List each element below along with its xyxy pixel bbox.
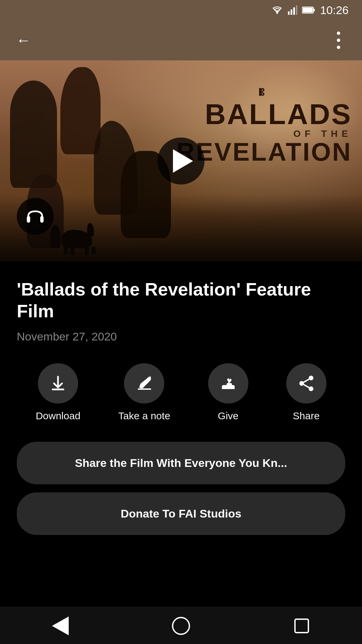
more-button[interactable]	[328, 30, 349, 50]
edit-icon	[136, 375, 153, 392]
hero-ballads-title: BALLADS	[176, 100, 352, 128]
nav-back-icon	[52, 616, 69, 635]
figure-center-top	[60, 67, 101, 154]
more-dots-icon	[337, 31, 341, 49]
download-label: Download	[36, 410, 80, 422]
svg-rect-3	[293, 7, 295, 15]
svg-point-15	[309, 376, 313, 380]
nav-recent-button[interactable]	[288, 612, 315, 639]
give-label: Give	[218, 410, 239, 422]
person-figure	[50, 225, 60, 248]
back-arrow-icon: ←	[16, 33, 31, 48]
top-nav: ←	[0, 20, 362, 60]
nav-back-button[interactable]	[47, 612, 74, 639]
svg-point-0	[276, 12, 278, 14]
hero-section: 𝄡 BALLADS OF THE REVELATION	[0, 60, 362, 262]
status-time: 10:26	[320, 4, 349, 17]
figure-left	[10, 80, 57, 188]
donate-label: Donate To FAI Studios	[121, 507, 241, 520]
film-date: November 27, 2020	[17, 330, 345, 343]
bottom-nav	[0, 607, 362, 644]
svg-point-9	[337, 39, 340, 42]
action-row: Download Take a note Give	[17, 363, 345, 422]
bottom-scene	[50, 225, 92, 248]
svg-rect-11	[27, 216, 30, 223]
share-action[interactable]: Share	[286, 363, 326, 422]
svg-point-10	[337, 46, 340, 49]
give-circle	[208, 363, 248, 404]
signal-icon	[288, 5, 297, 15]
headphone-icon	[25, 206, 46, 227]
download-action[interactable]: Download	[36, 363, 80, 422]
note-circle	[124, 363, 164, 404]
play-icon	[173, 149, 193, 173]
svg-point-8	[337, 32, 340, 35]
svg-rect-12	[40, 216, 44, 223]
wifi-icon	[271, 5, 283, 15]
nav-home-button[interactable]	[168, 612, 194, 639]
film-title: 'Ballads of the Revelation' Feature Film	[17, 278, 345, 322]
share-film-button[interactable]: Share the Film With Everyone You Kn...	[17, 442, 345, 484]
horse-figure	[62, 230, 92, 248]
svg-rect-2	[291, 9, 292, 15]
share-film-label: Share the Film With Everyone You Kn...	[75, 457, 287, 470]
svg-rect-4	[296, 5, 297, 15]
svg-line-18	[304, 379, 309, 382]
svg-line-19	[304, 385, 309, 387]
nav-recent-icon	[294, 619, 309, 633]
share-label: Share	[293, 410, 320, 422]
share-circle	[286, 363, 326, 404]
battery-icon	[302, 6, 315, 14]
share-icon	[298, 375, 315, 392]
back-button[interactable]: ←	[13, 30, 34, 50]
donate-button[interactable]: Donate To FAI Studios	[17, 492, 345, 535]
download-circle	[38, 363, 78, 404]
headphone-button[interactable]	[17, 198, 54, 235]
give-icon	[219, 374, 237, 392]
svg-rect-6	[313, 9, 315, 11]
svg-point-16	[299, 381, 304, 386]
nav-home-icon	[172, 617, 190, 635]
svg-rect-7	[303, 8, 313, 12]
note-label: Take a note	[118, 410, 170, 422]
svg-point-17	[309, 386, 313, 391]
note-action[interactable]: Take a note	[118, 363, 170, 422]
status-bar: 10:26	[0, 0, 362, 20]
play-button[interactable]	[158, 138, 204, 184]
download-icon	[49, 375, 67, 392]
status-icons: 10:26	[271, 4, 349, 17]
svg-rect-1	[288, 11, 290, 15]
content-area: 'Ballads of the Revelation' Feature Film…	[0, 262, 362, 556]
give-action[interactable]: Give	[208, 363, 248, 422]
